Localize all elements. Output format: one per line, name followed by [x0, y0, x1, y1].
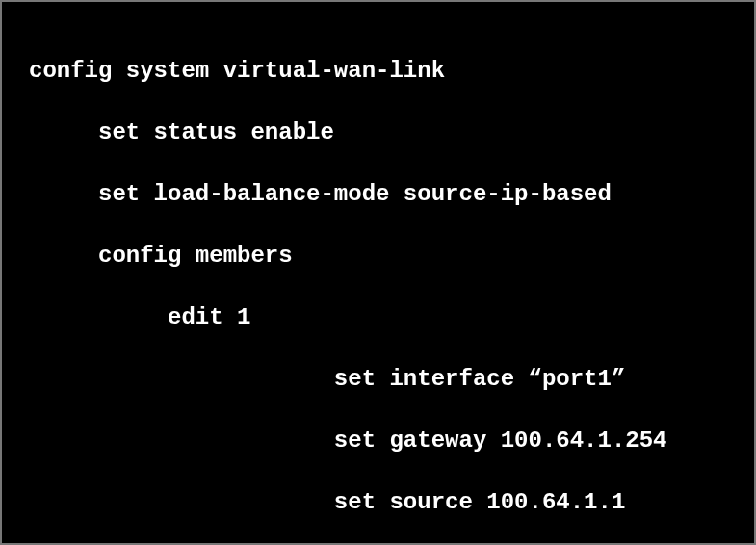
cli-output: config system virtual-wan-link set statu…: [0, 0, 756, 545]
cli-line: set source 100.64.1.1: [29, 487, 744, 518]
cli-line: edit 1: [29, 302, 744, 333]
cli-line: config members: [29, 241, 744, 272]
cli-line: set status enable: [29, 117, 744, 148]
cli-line: set interface “port1”: [29, 364, 744, 395]
cli-line: set gateway 100.64.1.254: [29, 426, 744, 456]
cli-line: config system virtual-wan-link: [29, 56, 744, 87]
cli-line: set load-balance-mode source-ip-based: [29, 179, 744, 210]
